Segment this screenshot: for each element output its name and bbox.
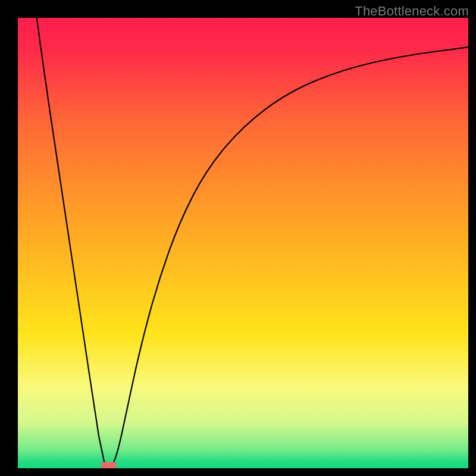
gradient-background xyxy=(18,18,468,468)
chart-frame: TheBottleneck.com xyxy=(0,0,476,476)
watermark-label: TheBottleneck.com xyxy=(355,4,469,19)
bottleneck-chart xyxy=(0,0,476,476)
optimal-point-marker xyxy=(101,462,117,468)
